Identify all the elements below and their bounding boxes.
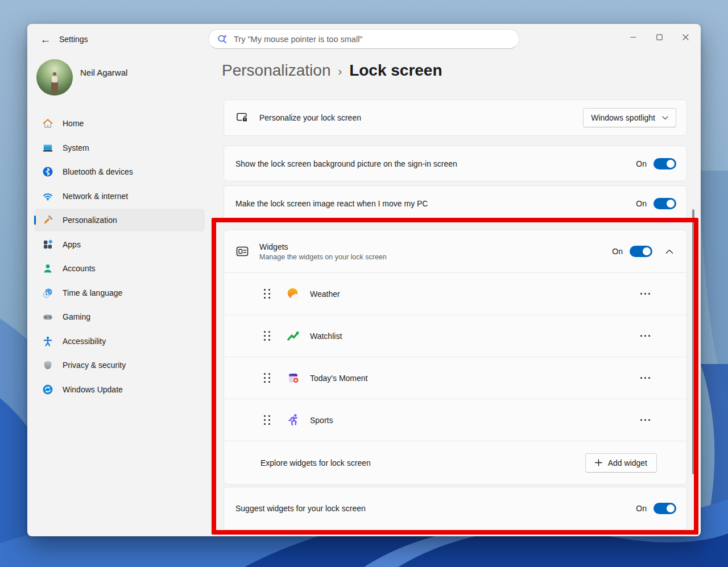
page-title: Lock screen [349,61,442,80]
sidebar-item-bluetooth-devices[interactable]: Bluetooth & devices [34,160,205,183]
widget-row-sports: Sports [224,399,686,441]
personalize-lock-screen-card: Personalize your lock screen Windows spo… [224,100,687,136]
breadcrumb: Personalization › Lock screen [222,61,442,80]
search-icon [217,34,228,45]
drag-handle-icon[interactable] [264,289,270,299]
widget-label: Sports [310,416,333,425]
collapse-expander-button[interactable] [661,243,677,259]
more-options-button[interactable] [639,374,652,383]
update-icon [42,384,53,395]
widgets-subtitle: Manage the widgets on your lock screen [259,253,387,261]
bluetooth-icon [42,166,53,177]
sidebar-item-label: Windows Update [63,385,123,394]
paintbrush-icon [42,214,53,226]
widgets-card: Widgets Manage the widgets on your lock … [224,230,687,485]
chevron-up-icon [665,249,673,254]
sports-icon [286,413,301,428]
avatar[interactable] [36,59,73,96]
signin-background-card: Show the lock screen background picture … [224,146,687,181]
toggle-state-label: On [636,199,647,208]
sidebar-item-gaming[interactable]: Gaming [34,305,205,328]
signin-background-toggle[interactable] [653,158,676,169]
sidebar-item-accessibility[interactable]: Accessibility [34,330,205,353]
toggle-knob [667,504,675,512]
widgets-title: Widgets [259,242,387,251]
apps-icon [42,239,53,250]
drag-handle-icon[interactable] [264,373,270,383]
widget-row-todays-moment: Today's Moment [224,357,686,399]
toggle-state-label: On [636,159,647,168]
sidebar-item-label: Privacy & security [63,361,126,370]
sidebar-item-network-internet[interactable]: Network & internet [34,185,205,208]
user-name: Neil Agarwal [80,68,127,77]
react-motion-label: Make the lock screen image react when I … [235,199,428,208]
search-input[interactable] [234,35,511,44]
sidebar-item-personalization[interactable]: Personalization [34,209,205,231]
suggest-widgets-card: Suggest widgets for your lock screen On [224,487,687,530]
drag-handle-icon[interactable] [264,331,270,341]
sidebar-item-time-language[interactable]: Time & language [34,282,205,304]
time-language-icon [42,287,53,299]
close-button[interactable] [672,27,698,47]
toggle-knob [667,200,675,208]
add-widget-label: Add widget [608,458,647,467]
breadcrumb-parent[interactable]: Personalization [222,61,330,80]
sidebar-item-system[interactable]: System [34,136,205,159]
sidebar-item-windows-update[interactable]: Windows Update [34,378,205,401]
sidebar-item-apps[interactable]: Apps [34,233,205,256]
watchlist-icon [286,329,301,343]
dropdown-value: Windows spotlight [591,113,655,122]
accessibility-icon [42,336,53,347]
signin-background-label: Show the lock screen background picture … [235,159,457,168]
minimize-button[interactable] [620,27,646,47]
sidebar-item-label: Bluetooth & devices [63,167,133,176]
sidebar-item-label: Apps [63,240,81,249]
selected-indicator [34,216,36,225]
more-options-button[interactable] [639,332,652,341]
react-motion-card: Make the lock screen image react when I … [224,185,687,221]
search-box[interactable] [208,29,519,49]
toggle-knob [643,247,651,255]
wifi-icon [42,191,53,202]
add-widget-button[interactable]: Add widget [585,453,657,473]
sidebar-item-privacy-security[interactable]: Privacy & security [34,354,205,376]
sidebar-item-label: Accounts [63,264,96,273]
explore-widgets-label: Explore widgets for lock screen [260,458,371,467]
widgets-toggle[interactable] [630,246,652,257]
app-title: Settings [59,35,88,44]
sidebar-item-accounts[interactable]: Accounts [34,257,205,280]
widget-label: Today's Moment [310,374,368,383]
breadcrumb-separator: › [338,63,342,78]
widget-row-weather: Weather [224,272,686,314]
sidebar-item-label: Accessibility [63,337,106,346]
sidebar-item-home[interactable]: Home [34,112,205,135]
personalize-dropdown[interactable]: Windows spotlight [583,108,676,127]
sidebar-item-label: Personalization [63,216,117,225]
suggest-widgets-toggle[interactable] [653,503,676,514]
back-button[interactable]: ← [35,32,56,48]
todays-moment-icon [286,371,301,386]
sidebar-item-label: Home [63,119,84,128]
lock-screen-icon [235,111,249,125]
toggle-state-label: On [636,504,647,513]
suggest-widgets-label: Suggest widgets for your lock screen [235,504,366,513]
widgets-header[interactable]: Widgets Manage the widgets on your lock … [224,230,686,272]
widget-row-watchlist: Watchlist [224,314,686,357]
system-icon [42,142,53,154]
gamepad-icon [42,311,53,322]
widget-label: Watchlist [310,332,342,341]
chevron-down-icon [662,116,668,120]
maximize-button[interactable] [646,27,672,47]
plus-icon [595,459,602,466]
scrollbar-thumb[interactable] [692,209,694,474]
sidebar-nav: Home System Bluetooth & devices Network … [34,112,205,402]
personalize-label: Personalize your lock screen [259,113,361,122]
drag-handle-icon[interactable] [264,415,270,425]
sidebar-item-label: System [63,143,89,152]
react-motion-toggle[interactable] [653,198,676,209]
more-options-button[interactable] [639,416,652,425]
more-options-button[interactable] [639,289,652,299]
settings-window: ← Settings Neil Agarwal Ho [27,24,701,536]
toggle-state-label: On [612,247,623,256]
weather-icon [286,287,301,301]
